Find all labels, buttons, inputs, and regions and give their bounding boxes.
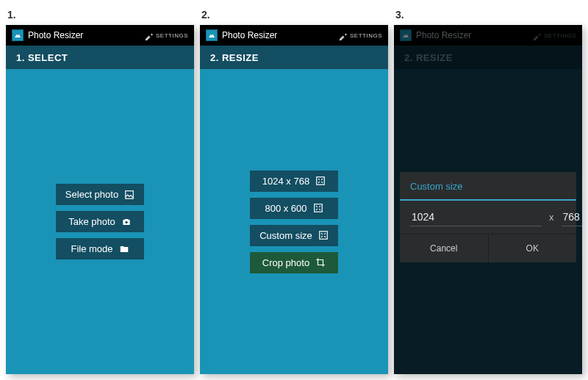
titlebar: Photo Resizer SETTINGS xyxy=(200,25,388,46)
step-number: 2. xyxy=(200,6,388,25)
size-800-button[interactable]: 800 x 600 xyxy=(250,198,338,219)
step-header: 2. RESIZE xyxy=(200,46,388,69)
take-photo-button[interactable]: Take photo xyxy=(56,211,144,232)
dimension-separator: x xyxy=(549,212,554,223)
button-label: Custom size xyxy=(259,230,312,241)
crop-icon xyxy=(315,257,326,268)
cancel-button[interactable]: Cancel xyxy=(400,234,489,262)
button-label: Take photo xyxy=(68,216,115,227)
select-photo-button[interactable]: Select photo xyxy=(56,184,144,205)
step-1-column: 1. Photo Resizer SETTINGS 1. SELECT Sele… xyxy=(6,6,194,374)
folder-icon xyxy=(119,244,129,254)
svg-point-1 xyxy=(125,221,128,223)
step-number: 1. xyxy=(6,6,194,25)
svg-rect-0 xyxy=(126,190,134,198)
image-icon xyxy=(124,190,135,200)
button-label: Crop photo xyxy=(262,257,309,268)
step-2-column: 2. Photo Resizer SETTINGS 2. RESIZE 1024… xyxy=(200,6,388,374)
width-input[interactable] xyxy=(410,208,542,226)
app-title: Photo Resizer xyxy=(28,30,145,40)
phone-screen-3: Photo Resizer SETTINGS 2. RESIZE Custom … xyxy=(394,25,582,374)
custom-size-button[interactable]: Custom size xyxy=(250,225,338,246)
phone-screen-2: Photo Resizer SETTINGS 2. RESIZE 1024 x … xyxy=(200,25,388,374)
svg-rect-4 xyxy=(320,232,328,240)
wrench-icon xyxy=(339,31,348,40)
wrench-icon xyxy=(145,31,154,40)
app-icon xyxy=(206,29,218,41)
content-area: 1024 x 768 800 x 600 Custom size Crop ph… xyxy=(200,69,388,374)
dialog-body: x xyxy=(400,201,576,234)
settings-button[interactable]: SETTINGS xyxy=(339,31,382,40)
button-label: Select photo xyxy=(65,189,118,200)
dialog-actions: Cancel OK xyxy=(400,234,576,262)
settings-label: SETTINGS xyxy=(156,32,188,39)
step-3-column: 3. Photo Resizer SETTINGS 2. RESIZE Cust… xyxy=(394,6,582,374)
svg-rect-2 xyxy=(317,177,325,185)
expand-icon xyxy=(313,203,323,213)
file-mode-button[interactable]: File mode xyxy=(56,238,144,259)
content-area: Select photo Take photo File mode xyxy=(6,69,194,374)
crop-photo-button[interactable]: Crop photo xyxy=(250,252,338,273)
settings-button[interactable]: SETTINGS xyxy=(145,31,188,40)
button-label: 1024 x 768 xyxy=(262,176,309,187)
app-icon xyxy=(12,29,24,41)
camera-icon xyxy=(121,217,132,227)
titlebar: Photo Resizer SETTINGS xyxy=(6,25,194,46)
expand-icon xyxy=(315,176,326,186)
app-title: Photo Resizer xyxy=(222,30,339,40)
svg-rect-3 xyxy=(314,204,322,212)
expand-icon xyxy=(318,230,329,240)
height-input[interactable] xyxy=(562,208,583,226)
settings-label: SETTINGS xyxy=(350,32,382,39)
dialog-title: Custom size xyxy=(400,172,576,201)
size-1024-button[interactable]: 1024 x 768 xyxy=(250,171,338,192)
button-label: File mode xyxy=(71,243,112,254)
step-header: 1. SELECT xyxy=(6,46,194,69)
phone-screen-1: Photo Resizer SETTINGS 1. SELECT Select … xyxy=(6,25,194,374)
button-label: 800 x 600 xyxy=(265,203,306,214)
ok-button[interactable]: OK xyxy=(489,234,577,262)
custom-size-dialog: Custom size x Cancel OK xyxy=(400,172,576,262)
step-number: 3. xyxy=(394,6,582,25)
